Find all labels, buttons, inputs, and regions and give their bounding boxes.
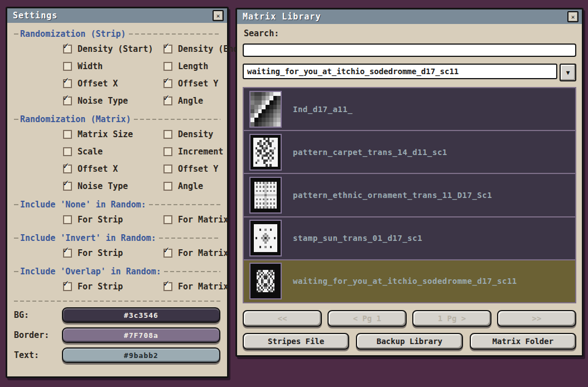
search-input[interactable] [243, 43, 576, 57]
check-icon: ✓ [63, 177, 69, 188]
matrix-list: Ind_d17_a11_pattern_carpet_trans_14_d11_… [243, 87, 576, 303]
search-label: Search: [244, 28, 576, 38]
prev-page-button[interactable]: < Pg 1 [327, 310, 407, 327]
checkbox-label: Noise Type [78, 96, 128, 106]
matrix-library-window: Matrix Library ✕ Search: waiting_for_you… [235, 8, 584, 357]
bg-color-swatch-button[interactable]: #3c3546 [62, 307, 220, 323]
checkbox-label: For Strip [78, 248, 123, 258]
matrix-folder-button[interactable]: Matrix Folder [470, 333, 576, 350]
matrix-dropdown: waiting_for_you_at_itchio_sodedromme_d17… [243, 64, 576, 81]
text-color-label: Text: [14, 350, 62, 360]
checkbox-label: Increment [178, 147, 223, 157]
section-title: Include 'Overlap' in Random: [20, 267, 161, 277]
list-item-label: stamp_sun_trans_01_d17_sc1 [293, 234, 422, 243]
checkbox-randomization-matrix-matrix-size[interactable]: Matrix Size [63, 125, 163, 143]
checkbox-box [163, 62, 172, 71]
section-header: Include 'Invert' in Random: [14, 233, 220, 243]
matrix-thumbnail [249, 263, 282, 299]
checkbox-grid: Matrix SizeDensityScaleIncrement✓Offset … [63, 125, 220, 195]
matrix-thumbnail [249, 134, 282, 171]
check-icon: ✓ [63, 278, 69, 289]
checkbox-randomization-strip-length[interactable]: Length [163, 57, 243, 75]
checkbox-include-invert-in-random-for-strip[interactable]: ✓For Strip [63, 244, 163, 262]
last-page-button[interactable]: >> [497, 310, 576, 327]
checkbox-box: ✓ [63, 96, 72, 105]
settings-window: Settings ✕ Randomization (Strip)✓Density… [6, 7, 229, 378]
checkbox-label: Offset Y [178, 79, 218, 89]
close-icon[interactable]: ✕ [567, 11, 579, 22]
list-item-pattern-ethnic-ornament-trans-11-d17-sc1[interactable]: pattern_ethnic_ornament_trans_11_D17_Sc1 [244, 174, 575, 217]
checkbox-box [163, 130, 172, 139]
border-color-swatch-button[interactable]: #7F708a [62, 327, 220, 343]
checkbox-randomization-strip-offset-y[interactable]: ✓Offset Y [163, 75, 243, 92]
checkbox-box: ✓ [163, 96, 172, 105]
checkbox-include-none-in-random-for-strip[interactable]: For Strip [63, 211, 163, 228]
checkbox-randomization-matrix-offset-x[interactable]: ✓Offset X [63, 160, 163, 177]
checkbox-randomization-matrix-angle[interactable]: Angle [163, 177, 223, 195]
checkbox-include-overlap-in-random-for-matrix[interactable]: ✓For Matrix [163, 278, 228, 295]
stripes-file-button[interactable]: Stripes File [243, 333, 349, 350]
checkbox-label: Density (End) [178, 44, 243, 54]
checkbox-randomization-matrix-scale[interactable]: Scale [63, 143, 163, 160]
next-page-button[interactable]: 1 Pg > [412, 310, 491, 327]
check-icon: ✓ [163, 244, 169, 255]
list-item-pattern-carpet-trans-14-d11-sc1[interactable]: pattern_carpet_trans_14_d11_sc1 [244, 131, 575, 174]
checkbox-box: ✓ [163, 45, 172, 54]
section-header: Include 'Overlap' in Random: [14, 267, 220, 277]
checkbox-randomization-matrix-offset-y[interactable]: Offset Y [163, 160, 223, 177]
list-item-waiting-for-you-at-itchio-sodedromme-d17-sc11[interactable]: waiting_for_you_at_itchio_sodedromme_d17… [244, 260, 575, 302]
checkbox-box [163, 165, 172, 173]
checkbox-include-none-in-random-for-matrix[interactable]: For Matrix [163, 211, 228, 228]
checkbox-label: Matrix Size [78, 129, 133, 139]
checkbox-randomization-strip-width[interactable]: Width [63, 57, 163, 75]
bg-color-row: BG:#3c3546 [14, 307, 220, 323]
action-buttons: Stripes FileBackup LibraryMatrix Folder [243, 333, 576, 350]
list-item-ind-d17-a11[interactable]: Ind_d17_a11_ [244, 88, 575, 131]
checkbox-randomization-strip-angle[interactable]: ✓Angle [163, 92, 243, 109]
thumbnail-pixels [257, 270, 274, 292]
checkbox-randomization-strip-noise-type[interactable]: ✓Noise Type [63, 92, 163, 109]
border-color-row: Border:#7F708a [14, 327, 220, 343]
checkbox-label: Length [178, 61, 208, 71]
dash-decoration [134, 119, 220, 120]
checkbox-label: Width [78, 61, 103, 71]
color-rows: BG:#3c3546Border:#7F708aText:#9babb2 [14, 303, 220, 363]
checkbox-box: ✓ [63, 182, 72, 191]
library-titlebar[interactable]: Matrix Library ✕ [237, 9, 582, 24]
matrix-thumbnail [249, 220, 282, 257]
checkbox-box [163, 182, 172, 191]
checkbox-label: Offset X [78, 79, 118, 89]
text-color-row: Text:#9babb2 [14, 347, 220, 363]
checkbox-randomization-strip-density-start[interactable]: ✓Density (Start) [63, 40, 163, 57]
library-body: Search: waiting_for_you_at_itchio_sodedr… [237, 24, 582, 355]
border-color-label: Border: [14, 330, 62, 340]
checkbox-randomization-strip-offset-x[interactable]: ✓Offset X [63, 75, 163, 92]
checkbox-randomization-strip-density-end[interactable]: ✓Density (End) [163, 40, 243, 57]
checkbox-label: Noise Type [78, 181, 128, 191]
section-header: Randomization (Strip) [14, 29, 220, 39]
dash-decoration [14, 204, 18, 205]
checkbox-box: ✓ [63, 45, 72, 54]
dash-decoration [129, 33, 220, 35]
checkbox-box [63, 147, 72, 156]
list-item-stamp-sun-trans-01-d17-sc1[interactable]: stamp_sun_trans_01_d17_sc1 [244, 217, 575, 260]
library-window-title: Matrix Library [243, 12, 321, 22]
checkbox-grid: ✓For Strip✓For Matrix [63, 244, 220, 262]
text-color-swatch-button[interactable]: #9babb2 [62, 347, 220, 363]
first-page-button[interactable]: << [243, 310, 322, 327]
thumbnail-pixels [254, 224, 277, 252]
checkbox-randomization-matrix-density[interactable]: Density [163, 125, 223, 143]
dropdown-selected-value[interactable]: waiting_for_you_at_itchio_sodedromme_d17… [243, 64, 557, 79]
settings-titlebar[interactable]: Settings ✕ [7, 8, 227, 23]
check-icon: ✓ [63, 244, 69, 255]
check-icon: ✓ [63, 75, 69, 86]
checkbox-randomization-matrix-increment[interactable]: Increment [163, 143, 223, 160]
dash-decoration [164, 271, 220, 272]
chevron-down-icon[interactable]: ▼ [560, 64, 576, 81]
checkbox-include-overlap-in-random-for-strip[interactable]: ✓For Strip [63, 278, 163, 295]
backup-library-button[interactable]: Backup Library [356, 333, 462, 350]
close-icon[interactable]: ✕ [213, 10, 224, 21]
checkbox-label: For Strip [78, 215, 123, 225]
checkbox-include-invert-in-random-for-matrix[interactable]: ✓For Matrix [163, 244, 228, 262]
checkbox-randomization-matrix-noise-type[interactable]: ✓Noise Type [63, 177, 163, 195]
